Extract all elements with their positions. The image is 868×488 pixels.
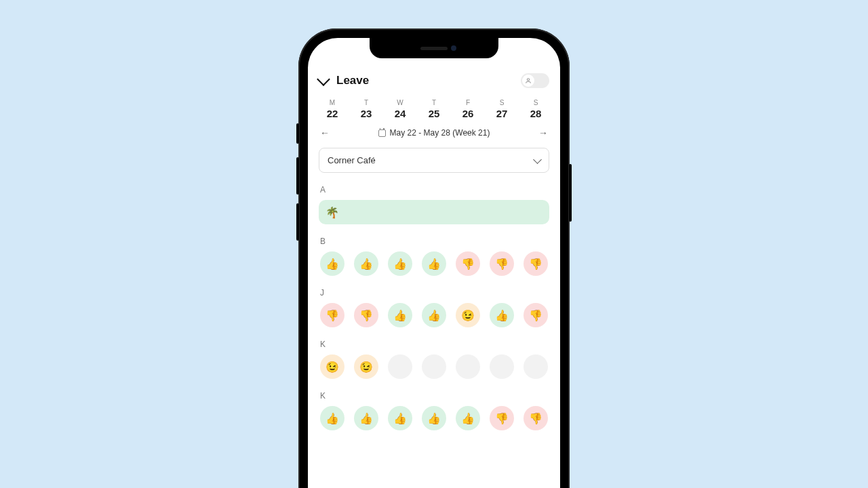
day-number: 22 — [320, 108, 344, 119]
thumbs-down-icon: 👎 — [495, 412, 509, 425]
availability-cell-up[interactable]: 👍 — [456, 406, 480, 430]
week-range-label[interactable]: May 22 - May 28 (Week 21) — [378, 128, 490, 138]
phone-screen: Leave M22T23W24T25F26S27S28 ← May 22 - M… — [308, 38, 560, 488]
phone-frame: Leave M22T23W24T25F26S27S28 ← May 22 - M… — [298, 28, 570, 488]
thumbs-up-icon: 👍 — [461, 412, 475, 425]
thumbs-down-icon: 👎 — [495, 258, 509, 270]
availability-cell-empty[interactable] — [524, 354, 548, 379]
user-toggle[interactable] — [521, 73, 549, 88]
employee-initial-label: B — [319, 237, 549, 246]
day-of-week: S — [490, 99, 514, 106]
page-title: Leave — [336, 74, 369, 87]
availability-cell-empty[interactable] — [422, 354, 446, 379]
day-column[interactable]: T23 — [354, 99, 378, 119]
day-number: 26 — [456, 108, 480, 119]
day-column[interactable]: T25 — [422, 99, 446, 119]
day-number: 23 — [354, 108, 378, 119]
day-column[interactable]: W24 — [388, 99, 412, 119]
availability-cell-up[interactable]: 👍 — [388, 303, 412, 327]
thumbs-up-icon: 👍 — [427, 412, 441, 425]
employee-initial-label: J — [319, 288, 549, 298]
week-range-text: May 22 - May 28 (Week 21) — [390, 128, 490, 138]
side-button — [296, 157, 299, 195]
thumbs-down-icon: 👎 — [326, 309, 339, 322]
availability-row: 😉😉 — [319, 354, 549, 379]
leave-bar[interactable]: 🌴 — [319, 200, 549, 224]
thumbs-up-icon: 👍 — [495, 309, 509, 322]
availability-cell-up[interactable]: 👍 — [422, 251, 446, 276]
wink-face-icon: 😉 — [326, 361, 339, 373]
dropdown-chevron-icon[interactable] — [317, 73, 330, 86]
thumbs-up-icon: 👍 — [359, 258, 373, 270]
day-number: 27 — [490, 108, 514, 119]
app-content: Leave M22T23W24T25F26S27S28 ← May 22 - M… — [308, 38, 560, 430]
thumbs-down-icon: 👎 — [461, 258, 475, 270]
side-button — [569, 164, 572, 222]
svg-point-0 — [527, 79, 529, 81]
availability-cell-empty[interactable] — [456, 354, 480, 379]
employee-initial-label: A — [319, 185, 549, 195]
availability-cell-up[interactable]: 👍 — [354, 251, 378, 276]
thumbs-down-icon: 👎 — [529, 412, 542, 425]
day-of-week: S — [524, 99, 548, 106]
calendar-icon — [378, 129, 386, 137]
prev-week-button[interactable]: ← — [320, 127, 330, 138]
day-of-week: M — [320, 99, 344, 106]
day-of-week: T — [422, 99, 446, 106]
availability-cell-down[interactable]: 👎 — [354, 303, 378, 327]
availability-cell-empty[interactable] — [388, 354, 412, 379]
availability-cell-maybe[interactable]: 😉 — [320, 354, 344, 379]
availability-cell-down[interactable]: 👎 — [456, 251, 480, 276]
availability-row: 👍👍👍👍👎👎👎 — [319, 251, 549, 276]
person-icon — [522, 75, 534, 87]
thumbs-down-icon: 👎 — [529, 258, 542, 270]
availability-cell-down[interactable]: 👎 — [490, 406, 514, 430]
thumbs-down-icon: 👎 — [529, 309, 542, 322]
day-column[interactable]: M22 — [320, 99, 344, 119]
wink-face-icon: 😉 — [461, 309, 475, 322]
availability-cell-down[interactable]: 👎 — [524, 251, 548, 276]
location-select[interactable]: Corner Café — [319, 148, 549, 173]
day-column[interactable]: S27 — [490, 99, 514, 119]
thumbs-up-icon: 👍 — [393, 309, 407, 322]
day-number: 24 — [388, 108, 412, 119]
availability-row: 👍👍👍👍👍👎👎 — [319, 406, 549, 430]
availability-cell-down[interactable]: 👎 — [524, 406, 548, 430]
availability-cell-up[interactable]: 👍 — [320, 406, 344, 430]
next-week-button[interactable]: → — [538, 127, 548, 138]
thumbs-up-icon: 👍 — [326, 412, 339, 425]
thumbs-up-icon: 👍 — [326, 258, 339, 270]
availability-cell-up[interactable]: 👍 — [320, 251, 344, 276]
availability-cell-maybe[interactable]: 😉 — [456, 303, 480, 327]
availability-cell-down[interactable]: 👎 — [320, 303, 344, 327]
week-days-row: M22T23W24T25F26S27S28 — [319, 99, 549, 119]
availability-cell-up[interactable]: 👍 — [422, 303, 446, 327]
availability-cell-down[interactable]: 👎 — [490, 251, 514, 276]
availability-row: 👎👎👍👍😉👍👎 — [319, 303, 549, 327]
availability-cell-maybe[interactable]: 😉 — [354, 354, 378, 379]
thumbs-up-icon: 👍 — [427, 309, 441, 322]
location-selected-label: Corner Café — [328, 155, 376, 165]
employee-initial-label: K — [319, 391, 549, 401]
wink-face-icon: 😉 — [359, 361, 373, 373]
day-number: 25 — [422, 108, 446, 119]
day-column[interactable]: F26 — [456, 99, 480, 119]
day-column[interactable]: S28 — [524, 99, 548, 119]
phone-notch — [370, 38, 498, 58]
thumbs-up-icon: 👍 — [427, 258, 441, 270]
availability-cell-up[interactable]: 👍 — [354, 406, 378, 430]
day-of-week: F — [456, 99, 480, 106]
employee-initial-label: K — [319, 340, 549, 349]
availability-cell-up[interactable]: 👍 — [422, 406, 446, 430]
thumbs-up-icon: 👍 — [359, 412, 373, 425]
availability-cell-up[interactable]: 👍 — [388, 251, 412, 276]
availability-cell-up[interactable]: 👍 — [388, 406, 412, 430]
side-button — [296, 203, 299, 241]
thumbs-up-icon: 👍 — [393, 258, 407, 270]
availability-cell-down[interactable]: 👎 — [524, 303, 548, 327]
availability-cell-empty[interactable] — [490, 354, 514, 379]
week-navigator: ← May 22 - May 28 (Week 21) → — [319, 127, 549, 138]
availability-cell-up[interactable]: 👍 — [490, 303, 514, 327]
side-button — [296, 123, 299, 144]
palm-tree-icon: 🌴 — [326, 206, 339, 219]
